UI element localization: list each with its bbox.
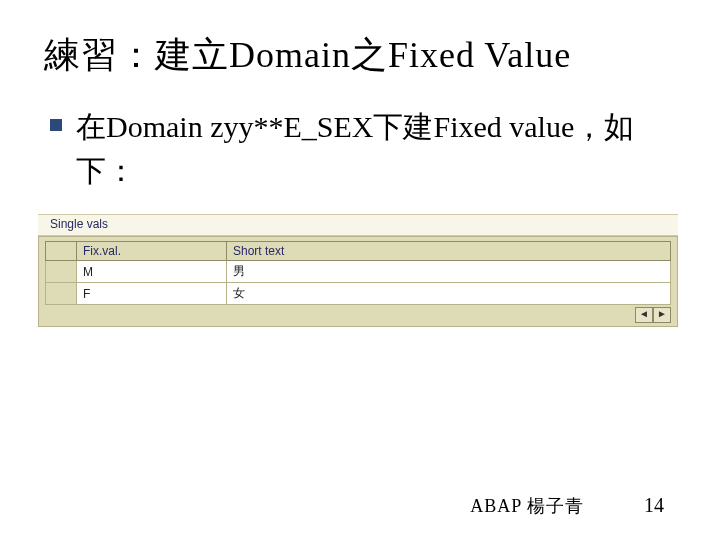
scroll-right-button[interactable]: ► (653, 307, 671, 323)
sap-row-selector[interactable] (46, 283, 77, 305)
bullet-square (50, 119, 62, 131)
sap-screenshot: Single vals Fix.val. Short text (38, 214, 678, 327)
sap-cell-fixval[interactable]: M (77, 261, 227, 283)
sap-cell-shorttext[interactable]: 女 (227, 283, 671, 305)
table-row: M 男 (46, 261, 671, 283)
slide-body-text: 在Domain zyy**E_SEX下建Fixed value，如下： (76, 105, 676, 192)
footer-page-number: 14 (644, 494, 664, 517)
slide-title: 練習：建立Domain之Fixed Value (44, 34, 676, 77)
sap-rowhead-blank (46, 242, 77, 261)
sap-cell-shorttext[interactable]: 男 (227, 261, 671, 283)
table-row: F 女 (46, 283, 671, 305)
sap-horizontal-scroll: ◄ ► (45, 305, 671, 323)
sap-col-shorttext: Short text (227, 242, 671, 261)
sap-section-label: Single vals (38, 214, 678, 236)
sap-fixed-values-table: Fix.val. Short text M 男 F 女 (45, 241, 671, 305)
scroll-left-button[interactable]: ◄ (635, 307, 653, 323)
sap-row-selector[interactable] (46, 261, 77, 283)
sap-col-fixval: Fix.val. (77, 242, 227, 261)
footer-author: ABAP 楊子青 (470, 494, 584, 518)
sap-cell-fixval[interactable]: F (77, 283, 227, 305)
